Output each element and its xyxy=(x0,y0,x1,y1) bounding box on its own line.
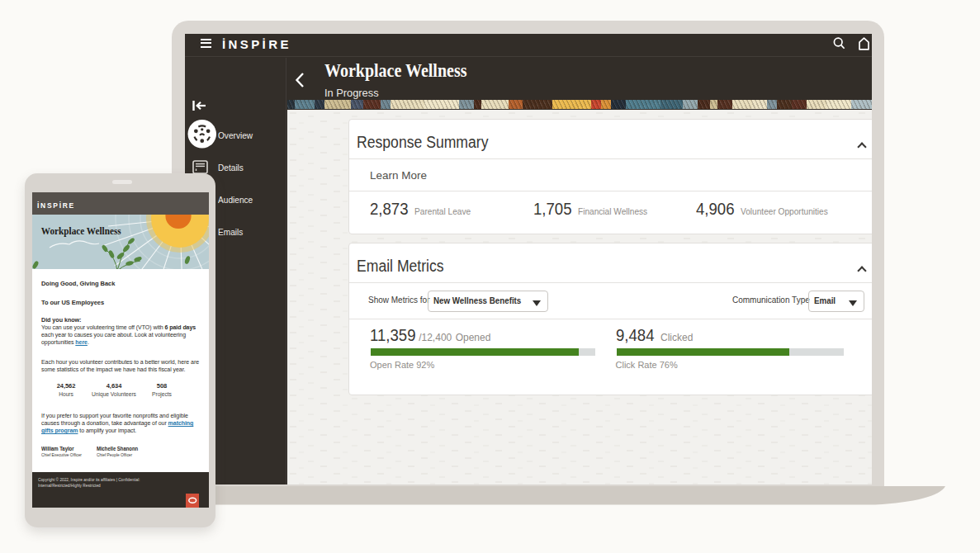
svg-text:Workplace Wellness: Workplace Wellness xyxy=(41,225,121,237)
